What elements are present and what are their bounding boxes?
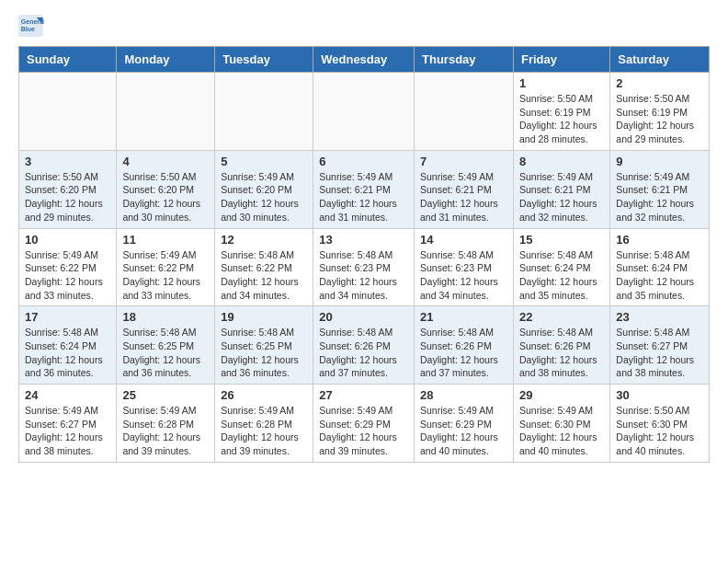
calendar-cell: 15Sunrise: 5:48 AM Sunset: 6:24 PM Dayli… [513, 228, 609, 306]
day-info: Sunrise: 5:49 AM Sunset: 6:21 PM Dayligh… [420, 170, 507, 224]
day-number: 15 [519, 233, 604, 247]
day-number: 9 [616, 155, 703, 168]
calendar-cell: 12Sunrise: 5:48 AM Sunset: 6:22 PM Dayli… [215, 228, 313, 306]
calendar-table: SundayMondayTuesdayWednesdayThursdayFrid… [18, 46, 710, 463]
day-number: 24 [25, 388, 110, 402]
day-info: Sunrise: 5:50 AM Sunset: 6:19 PM Dayligh… [519, 92, 604, 146]
day-info: Sunrise: 5:48 AM Sunset: 6:24 PM Dayligh… [616, 248, 703, 303]
day-number: 30 [616, 388, 703, 402]
day-info: Sunrise: 5:50 AM Sunset: 6:30 PM Dayligh… [616, 404, 703, 458]
day-info: Sunrise: 5:49 AM Sunset: 6:22 PM Dayligh… [122, 248, 209, 303]
calendar-cell [117, 73, 215, 151]
calendar-cell: 27Sunrise: 5:49 AM Sunset: 6:29 PM Dayli… [313, 385, 415, 463]
day-number: 28 [420, 388, 507, 402]
day-info: Sunrise: 5:48 AM Sunset: 6:27 PM Dayligh… [616, 326, 703, 380]
logo: General Blue [18, 15, 48, 37]
day-info: Sunrise: 5:49 AM Sunset: 6:21 PM Dayligh… [519, 170, 604, 224]
day-info: Sunrise: 5:49 AM Sunset: 6:28 PM Dayligh… [221, 404, 307, 458]
day-number: 19 [221, 310, 307, 324]
day-number: 3 [25, 155, 110, 168]
day-number: 16 [616, 233, 703, 247]
day-info: Sunrise: 5:49 AM Sunset: 6:29 PM Dayligh… [420, 404, 507, 458]
day-info: Sunrise: 5:48 AM Sunset: 6:25 PM Dayligh… [221, 326, 307, 380]
calendar-cell [415, 73, 514, 151]
day-number: 29 [519, 388, 604, 402]
day-number: 25 [122, 388, 209, 402]
day-number: 7 [420, 155, 507, 168]
header-row: General Blue [18, 15, 710, 37]
day-number: 6 [319, 155, 408, 168]
day-info: Sunrise: 5:49 AM Sunset: 6:30 PM Dayligh… [519, 404, 604, 458]
day-number: 5 [221, 155, 307, 168]
weekday-header-thursday: Thursday [415, 47, 514, 73]
day-info: Sunrise: 5:49 AM Sunset: 6:21 PM Dayligh… [319, 170, 408, 224]
day-info: Sunrise: 5:48 AM Sunset: 6:24 PM Dayligh… [519, 248, 604, 303]
calendar-cell: 18Sunrise: 5:48 AM Sunset: 6:25 PM Dayli… [117, 306, 215, 385]
calendar-cell: 5Sunrise: 5:49 AM Sunset: 6:20 PM Daylig… [215, 150, 313, 228]
day-number: 27 [319, 388, 408, 402]
day-info: Sunrise: 5:50 AM Sunset: 6:20 PM Dayligh… [122, 170, 209, 224]
weekday-header-sunday: Sunday [19, 47, 117, 73]
weekday-header-saturday: Saturday [610, 47, 710, 73]
day-number: 8 [519, 155, 604, 168]
calendar-cell: 6Sunrise: 5:49 AM Sunset: 6:21 PM Daylig… [313, 150, 415, 228]
calendar-cell: 13Sunrise: 5:48 AM Sunset: 6:23 PM Dayli… [313, 228, 415, 306]
calendar-cell: 9Sunrise: 5:49 AM Sunset: 6:21 PM Daylig… [610, 150, 710, 228]
day-number: 26 [221, 388, 307, 402]
calendar-cell: 20Sunrise: 5:48 AM Sunset: 6:26 PM Dayli… [313, 306, 415, 385]
calendar-cell [215, 73, 313, 151]
day-number: 22 [519, 310, 604, 324]
day-number: 20 [319, 310, 408, 324]
logo-icon: General Blue [18, 15, 44, 37]
page-container: General Blue SundayMondayTuesdayWednesda… [0, 0, 728, 477]
day-info: Sunrise: 5:48 AM Sunset: 6:26 PM Dayligh… [420, 326, 507, 380]
calendar-week-row: 3Sunrise: 5:50 AM Sunset: 6:20 PM Daylig… [19, 150, 710, 228]
calendar-week-row: 17Sunrise: 5:48 AM Sunset: 6:24 PM Dayli… [19, 306, 710, 385]
calendar-cell: 11Sunrise: 5:49 AM Sunset: 6:22 PM Dayli… [117, 228, 215, 306]
day-number: 13 [319, 233, 408, 247]
calendar-week-row: 10Sunrise: 5:49 AM Sunset: 6:22 PM Dayli… [19, 228, 710, 306]
weekday-header-wednesday: Wednesday [313, 47, 415, 73]
day-info: Sunrise: 5:48 AM Sunset: 6:23 PM Dayligh… [420, 248, 507, 303]
day-number: 10 [25, 233, 110, 247]
calendar-cell: 8Sunrise: 5:49 AM Sunset: 6:21 PM Daylig… [513, 150, 609, 228]
calendar-cell [313, 73, 415, 151]
day-info: Sunrise: 5:49 AM Sunset: 6:21 PM Dayligh… [616, 170, 703, 224]
day-info: Sunrise: 5:48 AM Sunset: 6:25 PM Dayligh… [122, 326, 209, 380]
day-info: Sunrise: 5:49 AM Sunset: 6:27 PM Dayligh… [25, 404, 110, 458]
calendar-cell: 3Sunrise: 5:50 AM Sunset: 6:20 PM Daylig… [19, 150, 117, 228]
svg-text:Blue: Blue [21, 26, 35, 32]
day-info: Sunrise: 5:48 AM Sunset: 6:26 PM Dayligh… [519, 326, 604, 380]
calendar-cell: 22Sunrise: 5:48 AM Sunset: 6:26 PM Dayli… [513, 306, 609, 385]
weekday-header-friday: Friday [513, 47, 609, 73]
day-info: Sunrise: 5:49 AM Sunset: 6:20 PM Dayligh… [221, 170, 307, 224]
day-info: Sunrise: 5:48 AM Sunset: 6:23 PM Dayligh… [319, 248, 408, 303]
calendar-cell: 21Sunrise: 5:48 AM Sunset: 6:26 PM Dayli… [415, 306, 514, 385]
calendar-week-row: 1Sunrise: 5:50 AM Sunset: 6:19 PM Daylig… [19, 73, 710, 151]
calendar-cell: 1Sunrise: 5:50 AM Sunset: 6:19 PM Daylig… [513, 73, 609, 151]
calendar-cell: 10Sunrise: 5:49 AM Sunset: 6:22 PM Dayli… [19, 228, 117, 306]
day-number: 12 [221, 233, 307, 247]
day-info: Sunrise: 5:49 AM Sunset: 6:29 PM Dayligh… [319, 404, 408, 458]
day-info: Sunrise: 5:49 AM Sunset: 6:22 PM Dayligh… [25, 248, 110, 303]
calendar-week-row: 24Sunrise: 5:49 AM Sunset: 6:27 PM Dayli… [19, 385, 710, 463]
calendar-cell: 26Sunrise: 5:49 AM Sunset: 6:28 PM Dayli… [215, 385, 313, 463]
day-number: 21 [420, 310, 507, 324]
day-info: Sunrise: 5:50 AM Sunset: 6:19 PM Dayligh… [616, 92, 703, 146]
day-number: 11 [122, 233, 209, 247]
calendar-cell: 19Sunrise: 5:48 AM Sunset: 6:25 PM Dayli… [215, 306, 313, 385]
calendar-cell: 30Sunrise: 5:50 AM Sunset: 6:30 PM Dayli… [610, 385, 710, 463]
calendar-cell: 7Sunrise: 5:49 AM Sunset: 6:21 PM Daylig… [415, 150, 514, 228]
calendar-cell: 4Sunrise: 5:50 AM Sunset: 6:20 PM Daylig… [117, 150, 215, 228]
calendar-cell: 24Sunrise: 5:49 AM Sunset: 6:27 PM Dayli… [19, 385, 117, 463]
day-info: Sunrise: 5:49 AM Sunset: 6:28 PM Dayligh… [122, 404, 209, 458]
day-number: 17 [25, 310, 110, 324]
calendar-header-row: SundayMondayTuesdayWednesdayThursdayFrid… [19, 47, 710, 73]
day-info: Sunrise: 5:48 AM Sunset: 6:22 PM Dayligh… [221, 248, 307, 303]
day-number: 14 [420, 233, 507, 247]
calendar-cell: 25Sunrise: 5:49 AM Sunset: 6:28 PM Dayli… [117, 385, 215, 463]
calendar-cell: 17Sunrise: 5:48 AM Sunset: 6:24 PM Dayli… [19, 306, 117, 385]
day-info: Sunrise: 5:48 AM Sunset: 6:24 PM Dayligh… [25, 326, 110, 380]
calendar-cell: 14Sunrise: 5:48 AM Sunset: 6:23 PM Dayli… [415, 228, 514, 306]
day-info: Sunrise: 5:50 AM Sunset: 6:20 PM Dayligh… [25, 170, 110, 224]
